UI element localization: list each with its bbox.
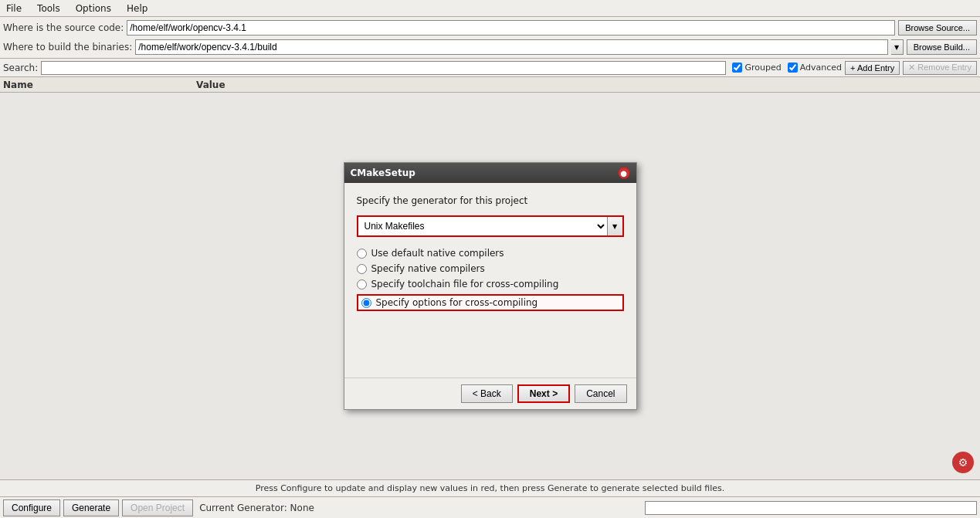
cancel-button[interactable]: Cancel <box>575 384 626 403</box>
generator-dropdown: Unix MakefilesNinjaNinja Multi-ConfigBor… <box>357 215 624 237</box>
dialog-titlebar: CMakeSetup ● <box>344 163 636 183</box>
radio-option-native[interactable]: Specify native compilers <box>357 263 624 274</box>
dialog-title: CMakeSetup <box>351 168 415 178</box>
dialog-footer: < Back Next > Cancel <box>344 377 636 409</box>
next-button[interactable]: Next > <box>517 384 570 403</box>
dialog-overlay: CMakeSetup ● Specify the generator for t… <box>0 93 980 479</box>
grouped-checkbox[interactable] <box>732 63 742 73</box>
col-name-header: Name <box>3 80 196 90</box>
status-message: Press Configure to update and display ne… <box>256 483 725 493</box>
build-dropdown-arrow[interactable]: ▼ <box>891 39 904 55</box>
radio-option-default[interactable]: Use default native compilers <box>357 248 624 259</box>
radio-toolchain-label: Specify toolchain file for cross-compili… <box>371 279 559 289</box>
generator-dropdown-arrow-icon[interactable]: ▼ <box>607 217 622 235</box>
advanced-checkbox[interactable] <box>788 63 798 73</box>
cmake-setup-dialog: CMakeSetup ● Specify the generator for t… <box>344 162 637 410</box>
grouped-checkbox-group: Grouped <box>732 63 781 73</box>
source-label: Where is the source code: <box>3 22 124 33</box>
dialog-body: Specify the generator for this project U… <box>344 183 636 377</box>
advanced-label: Advanced <box>800 63 842 73</box>
search-label: Search: <box>3 63 38 73</box>
open-project-button[interactable]: Open Project <box>122 499 193 516</box>
radio-native-label: Specify native compilers <box>371 263 485 274</box>
bottom-toolbar: Configure Generate Open Project Current … <box>0 496 980 518</box>
build-row: Where to build the binaries: ▼ Browse Bu… <box>3 39 977 56</box>
radio-cross-compile-label: Specify options for cross-compiling <box>376 297 538 308</box>
dialog-question: Specify the generator for this project <box>357 195 624 206</box>
radio-toolchain[interactable] <box>357 279 367 289</box>
remove-entry-button[interactable]: ✕ Remove Entry <box>903 61 977 75</box>
compiler-options-group: Use default native compilers Specify nat… <box>357 248 624 311</box>
col-value-header: Value <box>196 80 977 90</box>
toolbar: Where is the source code: Browse Source.… <box>0 17 980 59</box>
menu-options[interactable]: Options <box>73 2 114 15</box>
menu-help[interactable]: Help <box>124 2 151 15</box>
generator-status-label: Current Generator: None <box>199 503 314 513</box>
dialog-spacer <box>357 319 624 365</box>
generator-select[interactable]: Unix MakefilesNinjaNinja Multi-ConfigBor… <box>358 217 607 235</box>
radio-default-label: Use default native compilers <box>371 248 504 259</box>
status-bar: Press Configure to update and display ne… <box>0 479 980 496</box>
main-content: CMakeSetup ● Specify the generator for t… <box>0 93 980 479</box>
source-input[interactable] <box>127 20 895 36</box>
browse-build-button[interactable]: Browse Build... <box>907 39 977 55</box>
dialog-close-button[interactable]: ● <box>618 167 630 179</box>
add-entry-button[interactable]: + Add Entry <box>845 61 900 75</box>
progress-bar <box>645 501 977 515</box>
back-button[interactable]: < Back <box>461 384 513 403</box>
column-headers: Name Value <box>0 77 980 93</box>
grouped-label: Grouped <box>744 63 781 73</box>
search-input[interactable] <box>41 61 726 75</box>
generate-button[interactable]: Generate <box>63 499 119 516</box>
radio-native-compilers[interactable] <box>357 264 367 274</box>
build-label: Where to build the binaries: <box>3 42 132 52</box>
source-row: Where is the source code: Browse Source.… <box>3 19 977 36</box>
build-input[interactable] <box>135 39 887 55</box>
radio-option-toolchain[interactable]: Specify toolchain file for cross-compili… <box>357 279 624 289</box>
advanced-checkbox-group: Advanced <box>788 63 842 73</box>
menu-file[interactable]: File <box>3 2 25 15</box>
search-row: Search: Grouped Advanced + Add Entry ✕ R… <box>0 59 980 77</box>
menu-tools[interactable]: Tools <box>34 2 63 15</box>
corner-icon: ⚙ <box>952 452 974 473</box>
browse-source-button[interactable]: Browse Source... <box>898 20 977 36</box>
radio-cross-compile[interactable] <box>361 298 371 308</box>
radio-option-cross-compile[interactable]: Specify options for cross-compiling <box>357 294 624 311</box>
radio-default-compilers[interactable] <box>357 249 367 259</box>
configure-button[interactable]: Configure <box>3 499 60 516</box>
menu-bar: File Tools Options Help <box>0 0 980 17</box>
